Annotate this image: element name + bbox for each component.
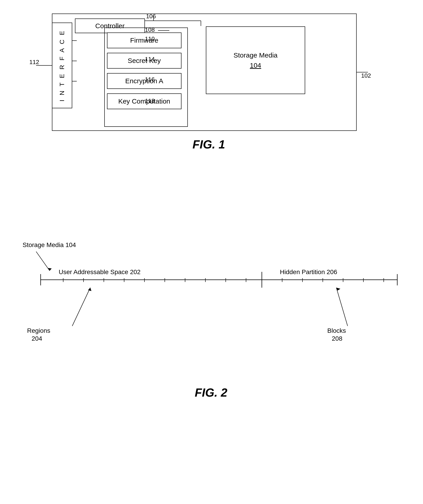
outer-box: Controller 106 Firmware Secret Key Encry… bbox=[52, 13, 357, 131]
ref-112: 112 bbox=[29, 59, 39, 66]
svg-marker-15 bbox=[48, 268, 52, 271]
blocks-ref: 208 bbox=[332, 335, 342, 342]
regions-label: Regions bbox=[27, 327, 50, 334]
regions-ref: 204 bbox=[32, 335, 42, 342]
encryption-box: Encryption A bbox=[107, 73, 181, 89]
secret-key-box: Secret Key bbox=[107, 53, 181, 69]
firmware-box: Firmware bbox=[107, 32, 181, 48]
ref-118: 118 bbox=[145, 97, 155, 104]
storage-media-ref: 104 bbox=[250, 62, 261, 69]
svg-marker-39 bbox=[336, 288, 340, 291]
encryption-label: Encryption A bbox=[125, 77, 163, 85]
storage-media-box: Storage Media 104 bbox=[206, 26, 305, 94]
svg-line-14 bbox=[36, 252, 50, 271]
page: 112 I N T E R F A C E Controller 106 Fir… bbox=[0, 0, 423, 504]
svg-line-36 bbox=[72, 288, 90, 326]
svg-line-38 bbox=[336, 288, 348, 326]
fig1-caption: FIG. 1 bbox=[23, 138, 395, 151]
key-computation-label: Key Computation bbox=[118, 97, 170, 105]
fig2-caption: FIG. 2 bbox=[13, 386, 409, 399]
ref-106: 106 bbox=[146, 13, 156, 20]
ref-110: 110 bbox=[145, 36, 155, 42]
hidden-partition-label: Hidden Partition 206 bbox=[280, 269, 337, 276]
storage-media-104-label: Storage Media 104 bbox=[23, 241, 76, 249]
ref-108: 108 bbox=[145, 26, 155, 33]
fig2-svg bbox=[13, 237, 409, 384]
ref-116: 116 bbox=[145, 76, 155, 83]
secret-key-label: Secret Key bbox=[128, 57, 161, 65]
ref-114: 114 bbox=[145, 56, 155, 63]
key-computation-box: Key Computation bbox=[107, 93, 181, 109]
ref-102: 102 bbox=[361, 72, 371, 79]
svg-marker-37 bbox=[88, 288, 91, 291]
blocks-label: Blocks bbox=[327, 327, 346, 334]
storage-media-label: Storage Media bbox=[233, 51, 278, 59]
user-addressable-space-label: User Addressable Space 202 bbox=[59, 269, 141, 276]
